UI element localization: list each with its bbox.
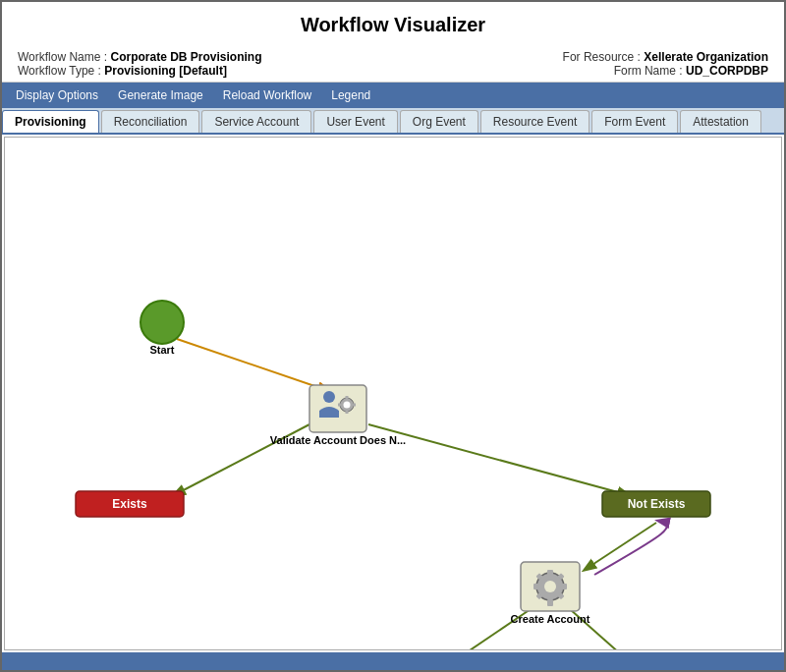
form-info: Form Name : UD_CORPDBP [614, 64, 768, 78]
tab-org-event[interactable]: Org Event [400, 110, 478, 133]
workflow-type-label: Workflow Type : [18, 64, 101, 78]
info-bar: Workflow Name : Corporate DB Provisionin… [2, 44, 784, 83]
svg-rect-23 [547, 599, 553, 606]
svg-point-21 [544, 581, 556, 592]
svg-rect-12 [346, 410, 349, 414]
resource-label: For Resource : [563, 50, 641, 64]
svg-line-0 [177, 339, 329, 391]
workflow-name-value: Corporate DB Provisioning [110, 50, 261, 64]
resource-info: For Resource : Xellerate Organization [563, 50, 768, 64]
workflow-name-label: Workflow Name : [18, 50, 107, 64]
page-title: Workflow Visualizer [2, 2, 784, 44]
workflow-canvas: Exists Not Exists Success Error [4, 137, 782, 650]
svg-rect-24 [533, 584, 540, 589]
svg-rect-7 [309, 385, 366, 432]
svg-text:Create Account: Create Account [511, 613, 590, 625]
svg-rect-22 [547, 570, 553, 577]
workflow-name-info: Workflow Name : Corporate DB Provisionin… [18, 50, 262, 64]
svg-rect-25 [560, 584, 567, 589]
form-value: UD_CORPDBP [686, 64, 768, 78]
tab-reconciliation[interactable]: Reconciliation [101, 110, 200, 133]
legend-button[interactable]: Legend [321, 86, 380, 104]
svg-point-10 [344, 402, 351, 409]
tab-resource-event[interactable]: Resource Event [480, 110, 590, 133]
svg-text:Exists: Exists [112, 497, 147, 511]
form-label: Form Name : [614, 64, 683, 78]
workflow-type-value: Provisioning [Default] [104, 64, 227, 78]
main-window: Workflow Visualizer Workflow Name : Corp… [0, 0, 786, 672]
workflow-diagram: Exists Not Exists Success Error [5, 138, 781, 649]
tabs-bar: Provisioning Reconciliation Service Acco… [2, 108, 784, 135]
workflow-type-info: Workflow Type : Provisioning [Default] [18, 64, 227, 78]
svg-rect-11 [346, 396, 349, 400]
svg-point-8 [323, 391, 335, 403]
svg-point-6 [140, 301, 184, 344]
resource-value: Xellerate Organization [644, 50, 768, 64]
svg-text:Not Exists: Not Exists [628, 497, 686, 511]
svg-line-3 [585, 523, 656, 570]
svg-rect-14 [352, 404, 356, 407]
tab-user-event[interactable]: User Event [313, 110, 397, 133]
svg-text:Validate Account Does N...: Validate Account Does N... [270, 434, 406, 446]
tab-service-account[interactable]: Service Account [201, 110, 311, 133]
toolbar: Display Options Generate Image Reload Wo… [2, 83, 784, 108]
tab-attestation[interactable]: Attestation [680, 110, 761, 133]
svg-line-2 [368, 424, 629, 495]
tab-form-event[interactable]: Form Event [591, 110, 678, 133]
svg-text:Start: Start [149, 344, 174, 356]
svg-rect-13 [338, 404, 342, 407]
reload-workflow-button[interactable]: Reload Workflow [213, 86, 321, 104]
display-options-button[interactable]: Display Options [6, 86, 108, 104]
bottom-bar [2, 652, 784, 670]
tab-provisioning[interactable]: Provisioning [2, 110, 99, 133]
generate-image-button[interactable]: Generate Image [108, 86, 213, 104]
